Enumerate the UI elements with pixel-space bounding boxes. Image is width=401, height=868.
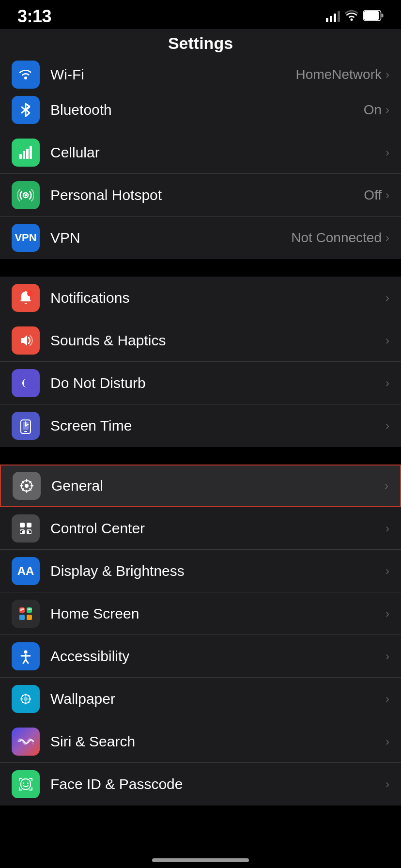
vpn-chevron: ›	[386, 231, 389, 245]
partial-top-group: Wi-Fi HomeNetwork ›	[0, 61, 401, 89]
svg-point-46	[28, 608, 29, 610]
battery-icon	[363, 10, 384, 23]
svg-point-37	[27, 530, 30, 533]
svg-rect-4	[19, 154, 22, 159]
notifications-label: Notifications	[50, 290, 129, 306]
svg-point-35	[22, 530, 25, 533]
svg-point-18	[25, 425, 27, 427]
sounds-icon	[12, 326, 40, 355]
settings-item-display[interactable]: AA Display & Brightness ›	[0, 550, 401, 592]
status-bar: 3:13	[0, 0, 401, 29]
wifi-icon	[345, 10, 358, 23]
settings-item-faceid[interactable]: Face ID & Passcode ›	[0, 763, 401, 806]
svg-point-47	[29, 608, 31, 610]
settings-item-hotspot[interactable]: Personal Hotspot Off ›	[0, 174, 401, 217]
settings-item-notifications[interactable]: Notifications ›	[0, 277, 401, 319]
faceid-chevron: ›	[386, 777, 389, 791]
hotspot-chevron: ›	[386, 188, 389, 202]
home-indicator	[152, 858, 249, 862]
homescreen-label: Home Screen	[50, 605, 139, 622]
settings-item-home-screen[interactable]: Home Screen ›	[0, 592, 401, 635]
settings-item-control-center[interactable]: Control Center ›	[0, 507, 401, 550]
bluetooth-label: Bluetooth	[50, 102, 112, 118]
status-icons	[326, 10, 384, 23]
svg-rect-38	[19, 607, 25, 613]
svg-point-65	[27, 783, 29, 784]
display-aa-text: AA	[17, 564, 34, 578]
faceid-icon	[12, 770, 40, 798]
settings-item-cellular[interactable]: Cellular ›	[0, 131, 401, 174]
hotspot-label: Personal Hotspot	[50, 187, 162, 203]
svg-line-53	[26, 660, 28, 663]
svg-marker-13	[21, 335, 27, 346]
device-group: General ›	[0, 465, 401, 806]
hotspot-value: Off	[364, 187, 382, 203]
svg-rect-7	[30, 146, 32, 159]
hotspot-icon	[12, 181, 40, 209]
svg-rect-1	[382, 14, 384, 17]
svg-point-21	[25, 484, 29, 488]
wallpaper-chevron: ›	[386, 692, 389, 706]
svg-rect-6	[26, 149, 29, 159]
general-chevron: ›	[385, 479, 388, 493]
screentime-icon	[12, 412, 40, 440]
nav-bar: Settings	[0, 29, 401, 61]
vpn-label: VPN	[50, 230, 80, 246]
wifi-value: HomeNetwork	[296, 67, 382, 82]
cellular-icon	[12, 139, 40, 167]
homescreen-chevron: ›	[386, 607, 389, 620]
accessibility-chevron: ›	[386, 650, 389, 663]
svg-point-60	[22, 695, 23, 697]
bottom-space	[0, 806, 401, 844]
svg-rect-5	[23, 151, 25, 159]
settings-item-sounds[interactable]: Sounds & Haptics ›	[0, 319, 401, 362]
cellular-label: Cellular	[50, 144, 100, 161]
wallpaper-icon	[12, 685, 40, 713]
wifi-chevron: ›	[386, 68, 389, 81]
svg-point-63	[22, 701, 23, 703]
cellular-chevron: ›	[386, 146, 389, 159]
settings-item-general[interactable]: General ›	[0, 465, 401, 507]
settings-item-accessibility[interactable]: Accessibility ›	[0, 635, 401, 678]
status-time: 3:13	[17, 6, 51, 27]
general-icon	[13, 472, 41, 500]
svg-rect-39	[27, 607, 32, 613]
wifi-label: Wi-Fi	[50, 66, 84, 83]
control-center-label: Control Center	[50, 520, 145, 537]
dnd-chevron: ›	[386, 376, 389, 390]
screentime-chevron: ›	[386, 419, 389, 433]
svg-rect-31	[27, 523, 31, 527]
bluetooth-value: On	[364, 102, 382, 118]
display-label: Display & Brightness	[50, 563, 185, 579]
settings-item-wallpaper[interactable]: Wallpaper ›	[0, 678, 401, 720]
svg-rect-30	[20, 523, 25, 527]
screentime-label: Screen Time	[50, 418, 132, 434]
notifications-icon	[12, 284, 40, 312]
vpn-value: Not Connected	[291, 230, 382, 246]
settings-item-siri[interactable]: Siri & Search ›	[0, 720, 401, 763]
system-group: Notifications › Sounds & Haptics ›	[0, 277, 401, 447]
wallpaper-label: Wallpaper	[50, 691, 115, 707]
settings-item-vpn[interactable]: VPN VPN Not Connected ›	[0, 217, 401, 259]
svg-point-45	[20, 609, 22, 611]
vpn-icon: VPN	[12, 224, 40, 252]
signal-icon	[326, 11, 340, 22]
sounds-chevron: ›	[386, 334, 389, 347]
settings-container: Wi-Fi HomeNetwork › Bluetooth On ›	[0, 61, 401, 844]
siri-icon	[12, 728, 40, 756]
section-divider-2	[0, 447, 401, 465]
accessibility-label: Accessibility	[50, 648, 129, 665]
section-divider-1	[0, 259, 401, 277]
display-chevron: ›	[386, 564, 389, 578]
svg-point-9	[25, 194, 27, 196]
connectivity-group: Bluetooth On › Cellular ›	[0, 89, 401, 259]
settings-item-dnd[interactable]: Do Not Disturb ›	[0, 362, 401, 404]
settings-item-wifi-partial[interactable]: Wi-Fi HomeNetwork ›	[0, 61, 401, 89]
settings-item-bluetooth[interactable]: Bluetooth On ›	[0, 89, 401, 131]
general-label: General	[51, 478, 103, 494]
svg-point-64	[23, 783, 24, 784]
dnd-icon	[12, 369, 40, 397]
settings-item-screentime[interactable]: Screen Time ›	[0, 404, 401, 447]
page-title: Settings	[168, 34, 233, 53]
siri-chevron: ›	[386, 735, 389, 748]
